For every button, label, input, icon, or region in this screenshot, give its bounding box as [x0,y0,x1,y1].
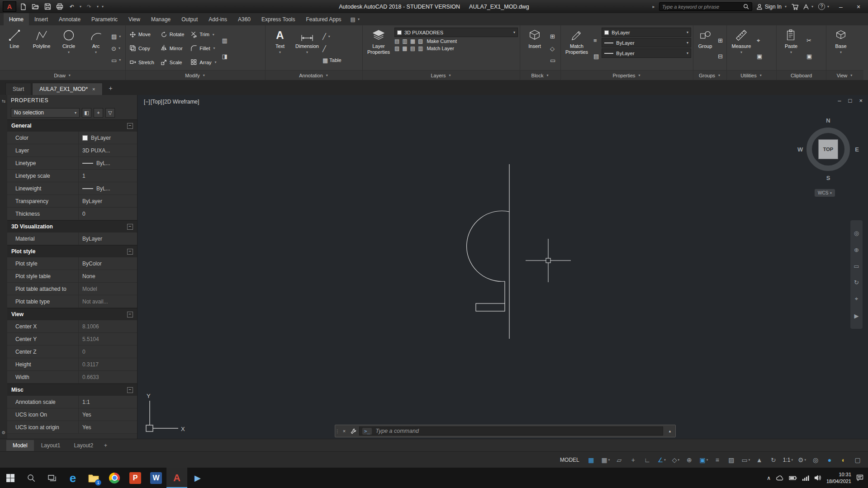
panel-modify-label[interactable]: Modify▾ [126,70,265,80]
base-flyout[interactable]: ▾ [839,50,843,54]
status-icon[interactable]: ≡ [712,455,723,465]
property-value[interactable]: 8.1006 [79,320,137,332]
layer-tool-icon[interactable]: ▥ [402,38,407,44]
property-value[interactable]: 1:1 [79,396,137,408]
new-file-button[interactable] [18,2,28,12]
new-drawing-tab-button[interactable]: + [105,83,116,94]
navigation-tool-icon[interactable]: ◎ [854,230,859,237]
clipboard-tool-button[interactable]: ▣ [806,53,813,59]
measure-flyout[interactable]: ▾ [740,50,743,54]
status-icon[interactable]: ▲ [754,455,765,465]
layer-tool-icon[interactable]: ▨ [394,45,399,52]
plot-button[interactable] [54,2,65,12]
leader-button[interactable]: ╱▾ [322,33,342,39]
property-value[interactable]: 0.6633 [79,371,137,383]
draw-tool-flyout[interactable]: ▾ [118,35,122,38]
paste-flyout[interactable]: ▾ [789,50,793,54]
scale-button[interactable]: Scale [160,55,185,69]
layer-dropdown-caret[interactable]: ▾ [513,30,515,34]
navigation-tool-icon[interactable]: ▭ [854,263,859,270]
layout-tab[interactable]: Layout2 [67,440,100,451]
file-tab-close-icon[interactable]: × [92,86,95,92]
ribbon-tab[interactable]: Express Tools [256,13,300,25]
status-icon-caret[interactable]: ▾ [805,458,806,462]
layer-tool-icon[interactable]: ▦ [410,38,415,44]
collapse-icon[interactable]: − [127,312,133,317]
draw-tool-button[interactable]: ▨▾ [110,33,123,39]
panel-clipboard-label[interactable]: Clipboard [777,70,826,80]
group-tool-button[interactable]: ⊟ [717,53,724,59]
trim-flyout[interactable]: ▾ [212,33,215,37]
property-value[interactable]: 3D PUXA... [79,144,137,156]
utility-tool-button[interactable]: ⌖ [756,38,763,43]
wcs-dropdown[interactable]: WCS ▾ [815,189,835,197]
doc-close-icon[interactable]: × [859,97,863,104]
property-value[interactable]: 5.5104 [79,333,137,345]
infocenter-expand-icon[interactable]: ▸ [653,4,655,9]
layer-tool-icon[interactable]: ▧ [418,38,423,44]
status-icon[interactable]: ▱ [614,455,625,465]
powerpoint-icon[interactable]: P [125,468,146,488]
copy-button[interactable]: Copy [128,42,155,56]
chrome-icon[interactable] [104,468,125,488]
command-grip-icon[interactable]: ⋮ [335,425,340,437]
sign-in-button[interactable]: Sign In ▾ [756,4,787,10]
property-value[interactable]: Yes [79,408,137,421]
array-button[interactable]: Array▾ [190,55,218,69]
property-value[interactable]: 0.3117 [79,358,137,370]
stretch-button[interactable]: Stretch [128,55,155,69]
qat-customize-dropdown[interactable]: ▾ [101,5,104,9]
viewport-visual-style-control[interactable]: [2D Wireframe] [163,99,199,105]
layer-tool-icon[interactable]: ▤ [394,38,399,44]
file-tab-start[interactable]: Start [5,83,31,95]
status-icon[interactable]: 1:1 ▾ [783,455,793,465]
viewcube-north[interactable]: N [794,117,862,124]
collapse-icon[interactable]: − [127,387,133,393]
ribbon-tab[interactable]: Parametric [86,13,123,25]
search-icon[interactable] [743,4,749,9]
property-value[interactable]: 1 [79,170,137,182]
command-line[interactable]: ⋮ × >_ Type a command ▴ [335,425,676,437]
property-value[interactable]: ByL... [79,157,137,169]
object-color-dropdown[interactable]: ByLayer ▾ [602,28,691,37]
viewcube-west[interactable]: W [797,146,803,153]
status-icon[interactable]: ∠ ▾ [656,455,667,465]
section-3d-visualization[interactable]: 3D Visualization− [7,220,137,232]
panel-block-label[interactable]: Block▾ [520,70,560,80]
viewcube[interactable]: N S W E TOP [794,115,862,183]
handle-drawing[interactable] [467,164,509,339]
undo-dropdown[interactable]: ▾ [79,5,82,9]
rotate-button[interactable]: Rotate [160,28,185,42]
onedrive-icon[interactable] [776,475,784,481]
ribbon-tab[interactable]: Home [4,13,29,25]
panel-draw-label[interactable]: Draw▾ [0,70,125,80]
property-value[interactable]: ByL... [79,182,137,194]
match-properties-button[interactable]: Match Properties [563,27,591,70]
layer-properties-button[interactable]: Layer Properties [365,27,393,70]
fillet-flyout[interactable]: ▾ [213,46,216,50]
status-icon[interactable]: ⊕ [684,455,695,465]
status-icon-caret[interactable]: ▾ [678,458,679,462]
property-value[interactable]: Model [79,283,137,295]
ribbon-tab[interactable]: Output [176,13,203,25]
panel-annotation-label[interactable]: Annotation▾ [266,70,362,80]
quick-select-button[interactable]: ▽ [105,108,115,118]
draw-tool-button[interactable]: ▭▾ [110,57,123,63]
app-store-button[interactable]: ▾ [803,4,814,10]
make-current-button[interactable]: Make Current [427,38,457,44]
search-input[interactable]: Type a keyword or phrase [659,2,752,11]
utility-tool-button[interactable]: ▣ [756,53,763,59]
draw-tool-flyout[interactable]: ▾ [118,47,121,50]
help-dropdown[interactable]: ▾ [826,5,830,9]
block-tool-button[interactable]: ◇ [549,46,556,52]
base-button[interactable]: Base ▾ [828,27,854,70]
trim-button[interactable]: Trim▾ [190,28,218,42]
multileader-button[interactable]: ╱ [322,46,342,52]
text-flyout[interactable]: ▾ [278,50,282,54]
file-explorer-icon[interactable]: 1 [83,468,104,488]
volume-icon[interactable] [814,475,821,481]
block-tool-button[interactable]: ⊞ [549,33,556,39]
panel-properties-label[interactable]: Properties▾ [561,70,693,80]
table-button[interactable]: ▦Table [322,57,342,63]
taskbar-clock[interactable]: 10:31 18/04/2021 [826,471,851,485]
